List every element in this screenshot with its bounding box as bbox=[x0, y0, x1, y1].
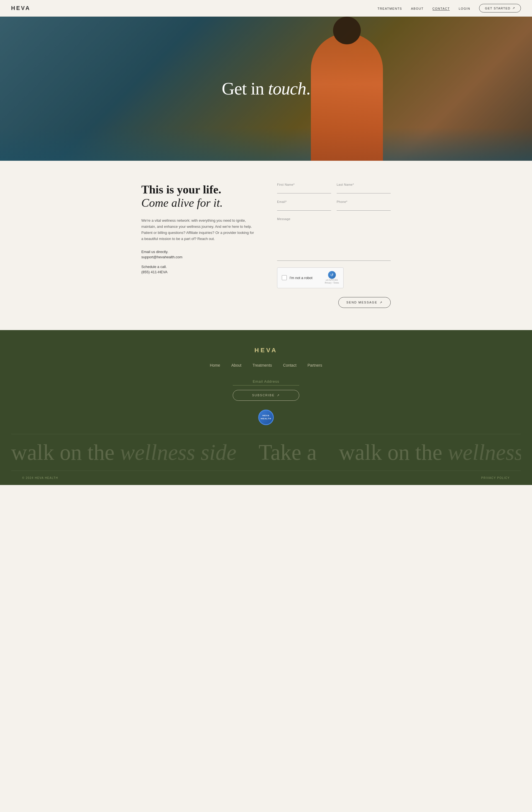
contact-email[interactable]: support@hevahealth.com bbox=[141, 255, 255, 259]
first-name-input[interactable] bbox=[277, 187, 331, 191]
captcha-label: I'm not a robot bbox=[290, 276, 312, 280]
footer-logo[interactable]: HEVA bbox=[11, 347, 521, 354]
first-name-field: First Name* bbox=[277, 183, 331, 193]
form-contact-row: Email* Phone* bbox=[277, 200, 391, 211]
send-message-button[interactable]: SEND MESSAGE ↗ bbox=[338, 297, 391, 308]
navbar-links: TREATMENTS ABOUT CONTACT LOGIN GET START… bbox=[378, 4, 521, 13]
phone-input[interactable] bbox=[337, 204, 391, 209]
contact-description: We're a vital wellness network: with eve… bbox=[141, 218, 255, 242]
message-input[interactable] bbox=[277, 222, 391, 238]
email-input[interactable] bbox=[277, 204, 331, 209]
subscribe-button[interactable]: SUBSCRIBE ↗ bbox=[233, 390, 299, 401]
footer: HEVA Home About Treatments Contact Partn… bbox=[0, 330, 532, 485]
last-name-label: Last Name* bbox=[337, 183, 391, 186]
footer-nav: Home About Treatments Contact Partners bbox=[11, 363, 521, 368]
footer-bottom: © 2024 HEVA HEALTH PRIVACY POLICY bbox=[11, 470, 521, 485]
hero-section: Get in touch. bbox=[0, 17, 532, 161]
captcha-brand: reCAPTCHA Privacy - Terms bbox=[325, 279, 339, 285]
nav-item-treatments[interactable]: TREATMENTS bbox=[378, 6, 402, 11]
nav-item-about[interactable]: ABOUT bbox=[411, 6, 424, 11]
contact-inner: This is your life. Come alive for it. We… bbox=[141, 183, 391, 308]
contact-form: First Name* Last Name* Email* Phone* bbox=[277, 183, 391, 308]
hero-text: Get in touch. bbox=[222, 79, 310, 98]
recaptcha-icon bbox=[328, 271, 336, 279]
first-name-label: First Name* bbox=[277, 183, 331, 186]
footer-copyright: © 2024 HEVA HEALTH bbox=[22, 476, 58, 479]
captcha-widget: I'm not a robot reCAPTCHA Privacy - Term… bbox=[277, 267, 344, 288]
footer-nav-partners[interactable]: Partners bbox=[308, 363, 322, 368]
captcha-logo: reCAPTCHA Privacy - Terms bbox=[325, 271, 339, 285]
hero-figure bbox=[311, 33, 383, 161]
message-label: Message bbox=[277, 217, 391, 221]
marquee-text: walk on the wellness side Take a walk on… bbox=[11, 440, 521, 465]
email-label: Email* bbox=[277, 200, 331, 203]
footer-nav-contact[interactable]: Contact bbox=[283, 363, 296, 368]
contact-phone-label: Schedule a call. bbox=[141, 265, 255, 269]
footer-email-input[interactable] bbox=[233, 378, 299, 386]
footer-subscribe: SUBSCRIBE ↗ bbox=[11, 378, 521, 401]
contact-heading: This is your life. Come alive for it. bbox=[141, 183, 255, 210]
phone-field: Phone* bbox=[337, 200, 391, 211]
captcha-checkbox[interactable] bbox=[282, 275, 287, 280]
privacy-policy-link[interactable]: PRIVACY POLICY bbox=[481, 476, 510, 479]
hero-title: Get in touch. bbox=[222, 79, 310, 98]
marquee-section: walk on the wellness side Take a walk on… bbox=[11, 434, 521, 470]
hero-water bbox=[0, 128, 532, 161]
navbar-logo[interactable]: HEVA bbox=[11, 5, 30, 11]
last-name-input[interactable] bbox=[337, 187, 391, 191]
footer-nav-about[interactable]: About bbox=[231, 363, 241, 368]
get-started-button[interactable]: GET STARTED ↗ bbox=[479, 4, 521, 13]
footer-nav-home[interactable]: Home bbox=[210, 363, 220, 368]
message-field: Message bbox=[277, 217, 391, 261]
last-name-field: Last Name* bbox=[337, 183, 391, 193]
contact-phone[interactable]: (855) 411-HEVA bbox=[141, 270, 255, 274]
nav-item-contact[interactable]: CONTACT bbox=[432, 6, 450, 11]
contact-email-label: Email us directly. bbox=[141, 250, 255, 254]
navbar: HEVA TREATMENTS ABOUT CONTACT LOGIN GET … bbox=[0, 0, 532, 17]
nav-item-login[interactable]: LOGIN bbox=[459, 6, 470, 11]
phone-label: Phone* bbox=[337, 200, 391, 203]
contact-section: This is your life. Come alive for it. We… bbox=[0, 161, 532, 330]
footer-nav-treatments[interactable]: Treatments bbox=[252, 363, 272, 368]
footer-badge: HEVAHEALTH bbox=[11, 410, 521, 425]
heva-badge: HEVAHEALTH bbox=[258, 410, 274, 425]
form-name-row: First Name* Last Name* bbox=[277, 183, 391, 193]
nav-item-cta[interactable]: GET STARTED ↗ bbox=[479, 4, 521, 13]
email-field: Email* bbox=[277, 200, 331, 211]
contact-left: This is your life. Come alive for it. We… bbox=[141, 183, 255, 308]
